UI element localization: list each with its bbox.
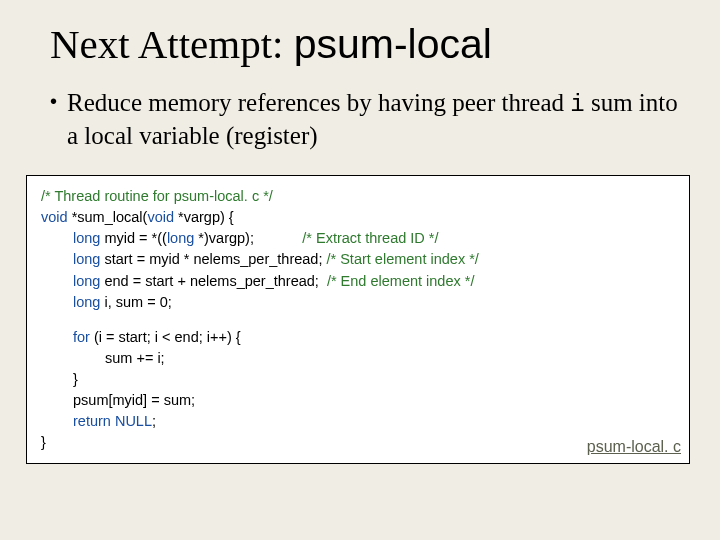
file-label: psum-local. c bbox=[587, 435, 681, 458]
code-text: ; bbox=[152, 413, 156, 429]
code-line: long start = myid * nelems_per_thread; /… bbox=[41, 249, 675, 270]
bullet-dot-icon: • bbox=[50, 87, 57, 115]
code-comment: /* Thread routine for psum-local. c */ bbox=[41, 188, 273, 204]
code-text: myid = *(( bbox=[100, 230, 166, 246]
code-text: psum[myid] = sum; bbox=[73, 392, 195, 408]
code-keyword: long bbox=[73, 273, 100, 289]
code-text: start = myid * nelems_per_thread; bbox=[100, 251, 326, 267]
slide: Next Attempt: psum-local • Reduce memory… bbox=[0, 0, 720, 540]
code-keyword: long bbox=[73, 294, 100, 310]
bullet-text: Reduce memory references by having peer … bbox=[67, 87, 680, 151]
code-line: psum[myid] = sum; bbox=[41, 390, 675, 411]
code-keyword: for bbox=[73, 329, 90, 345]
code-line: long end = start + nelems_per_thread; /*… bbox=[41, 271, 675, 292]
title-prefix: Next Attempt: bbox=[50, 21, 294, 67]
title-code: psum-local bbox=[294, 21, 492, 67]
code-line: } bbox=[41, 369, 675, 390]
code-keyword: void bbox=[147, 209, 174, 225]
code-keyword: long bbox=[73, 251, 100, 267]
code-text: *sum_local( bbox=[68, 209, 148, 225]
bullet-item: • Reduce memory references by having pee… bbox=[50, 87, 680, 151]
code-text: NULL bbox=[111, 413, 152, 429]
code-text: *vargp) { bbox=[174, 209, 234, 225]
code-line: long i, sum = 0; bbox=[41, 292, 675, 313]
code-keyword: long bbox=[167, 230, 194, 246]
code-text: i, sum = 0; bbox=[100, 294, 171, 310]
code-keyword: return bbox=[73, 413, 111, 429]
code-keyword: void bbox=[41, 209, 68, 225]
code-line: long myid = *((long *)vargp); /* Extract… bbox=[41, 228, 675, 249]
code-line: for (i = start; i < end; i++) { bbox=[41, 327, 675, 348]
blank-line bbox=[41, 313, 675, 327]
code-text: } bbox=[41, 434, 46, 450]
code-text: sum += i; bbox=[105, 350, 165, 366]
code-line: /* Thread routine for psum-local. c */ bbox=[41, 186, 675, 207]
code-line: void *sum_local(void *vargp) { bbox=[41, 207, 675, 228]
code-text: (i = start; i < end; i++) { bbox=[90, 329, 241, 345]
code-comment: /* Start element index */ bbox=[327, 251, 479, 267]
code-line: } bbox=[41, 432, 675, 453]
bullet-pre: Reduce memory references by having peer … bbox=[67, 89, 570, 116]
code-line: return NULL; bbox=[41, 411, 675, 432]
code-comment: /* Extract thread ID */ bbox=[302, 230, 438, 246]
code-text: end = start + nelems_per_thread; bbox=[100, 273, 327, 289]
bullet-var: i bbox=[570, 91, 584, 118]
code-keyword: long bbox=[73, 230, 100, 246]
code-text: *)vargp); bbox=[194, 230, 302, 246]
code-line: sum += i; bbox=[41, 348, 675, 369]
code-comment: /* End element index */ bbox=[327, 273, 475, 289]
code-box: /* Thread routine for psum-local. c */ v… bbox=[26, 175, 690, 463]
code-text: } bbox=[73, 371, 78, 387]
slide-title: Next Attempt: psum-local bbox=[50, 20, 700, 69]
